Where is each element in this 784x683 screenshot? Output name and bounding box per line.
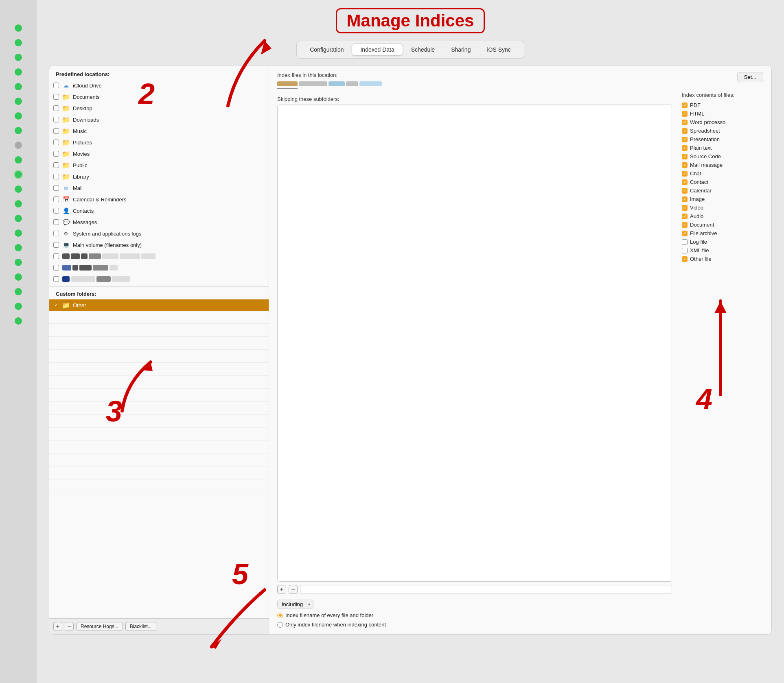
including-select[interactable]: Including [277,600,313,609]
remove-subfolder-button[interactable]: − [289,585,298,594]
music-icon: 📁 [62,127,70,135]
other-folder-icon: 📁 [62,301,70,309]
checkbox-sourcecode[interactable] [682,154,688,159]
checkbox-document[interactable] [682,222,688,228]
checkbox-mail[interactable] [53,185,59,191]
subfolder-input[interactable] [300,585,672,594]
checkbox-blurred-3[interactable] [53,276,59,282]
dot-11[interactable] [15,171,22,178]
checkbox-otherfile[interactable] [682,256,688,262]
checkbox-movies[interactable] [53,151,59,157]
location-pictures[interactable]: 📁 Pictures [49,137,269,148]
checkbox-library[interactable] [53,174,59,179]
checkbox-plaintext[interactable] [682,145,688,151]
location-library[interactable]: 📁 Library [49,171,269,182]
blurred-row-3 [49,273,269,285]
label-logfile: Log file [690,239,707,245]
index-files-left: Index files in this location: [277,72,382,89]
tab-ios-sync[interactable]: iOS Sync [479,44,519,55]
subfolders-box [277,105,672,582]
label-messages: Messages [73,219,264,225]
label-xmlfile: XML file [690,247,709,253]
filetype-document: Document [682,221,763,229]
checkbox-image[interactable] [682,196,688,202]
including-select-wrapper: Including [277,600,313,609]
checkbox-blurred-2[interactable] [53,265,59,271]
radio-every-file-dot[interactable] [277,613,283,618]
checkbox-icloud[interactable] [53,83,59,88]
location-music[interactable]: 📁 Music [49,125,269,137]
filetype-logfile: Log file [682,238,763,246]
file-types-section: Index contents of files: PDF HTML Word p… [682,92,763,628]
sidebar-dots [0,0,37,683]
add-location-button[interactable]: + [53,622,62,631]
dot-7 [15,112,22,120]
radio-every-file[interactable]: Index filename of every file and folder [277,612,672,618]
checkbox-mainvol[interactable] [53,242,59,248]
filetype-xmlfile: XML file [682,247,763,254]
checkbox-calendar-type[interactable] [682,188,688,194]
checkbox-contacts[interactable] [53,208,59,214]
location-mainvol[interactable]: 💻 Main volume (filenames only) [49,239,269,251]
dot-16 [15,244,22,251]
index-files-label: Index files in this location: [277,72,382,78]
location-calendar[interactable]: 📅 Calendar & Reminders [49,194,269,205]
tab-sharing[interactable]: Sharing [443,44,479,55]
checkbox-documents[interactable] [53,94,59,100]
checkbox-video[interactable] [682,205,688,211]
checkbox-downloads[interactable] [53,117,59,122]
checkbox-contact[interactable] [682,179,688,185]
checkbox-pdf[interactable] [682,103,688,108]
checkbox-desktop[interactable] [53,105,59,111]
checkbox-syslog[interactable] [53,231,59,236]
checkbox-chat[interactable] [682,171,688,177]
location-mail[interactable]: ✉ Mail [49,182,269,194]
contacts-icon: 👤 [62,207,70,214]
checkbox-public[interactable] [53,162,59,168]
checkbox-word[interactable] [682,120,688,125]
subfolder-bottom: + − [277,585,672,594]
checkbox-calendar[interactable] [53,196,59,202]
checkbox-logfile[interactable] [682,239,688,245]
checkbox-pictures[interactable] [53,140,59,145]
location-downloads[interactable]: 📁 Downloads [49,114,269,125]
checkbox-html[interactable] [682,111,688,117]
location-syslog[interactable]: ⚙ System and applications logs [49,228,269,239]
checkbox-messages[interactable] [53,219,59,225]
add-subfolder-button[interactable]: + [277,585,286,594]
location-contacts[interactable]: 👤 Contacts [49,205,269,216]
radio-content-only[interactable]: Only index filename when indexing conten… [277,622,672,628]
tab-schedule[interactable]: Schedule [403,44,443,55]
location-movies[interactable]: 📁 Movies [49,148,269,159]
checkbox-blurred-1[interactable] [53,253,59,259]
dot-13 [15,200,22,207]
set-button[interactable]: Set... [737,72,763,82]
label-downloads: Downloads [73,117,264,123]
checkbox-presentation[interactable] [682,137,688,142]
checkbox-spreadsheet[interactable] [682,128,688,134]
checkbox-filearchive[interactable] [682,231,688,236]
page-title: Manage Indices [336,8,485,33]
location-desktop[interactable]: 📁 Desktop [49,103,269,114]
dot-21 [15,317,22,325]
location-public[interactable]: 📁 Public [49,159,269,171]
checkbox-xmlfile[interactable] [682,248,688,253]
remove-location-button[interactable]: − [65,622,74,631]
location-icloud[interactable]: ☁ iCloud Drive [49,80,269,91]
checkbox-music[interactable] [53,128,59,134]
tab-indexed-data[interactable]: Indexed Data [352,44,403,56]
dot-3 [15,54,22,61]
dot-4 [15,68,22,76]
location-documents[interactable]: 📁 Documents [49,91,269,103]
radio-content-only-dot[interactable] [277,622,283,628]
location-other[interactable]: 📁 Other [49,299,269,311]
file-types-label: Index contents of files: [682,92,763,98]
resource-hogs-button[interactable]: Resource Hogs... [76,622,123,631]
checkbox-other[interactable] [53,302,59,308]
checkbox-audio[interactable] [682,214,688,219]
checkbox-mail-type[interactable] [682,162,688,168]
filetype-audio: Audio [682,212,763,220]
location-messages[interactable]: 💬 Messages [49,216,269,228]
tab-configuration[interactable]: Configuration [302,44,352,55]
blacklist-button[interactable]: Blacklist... [125,622,156,631]
